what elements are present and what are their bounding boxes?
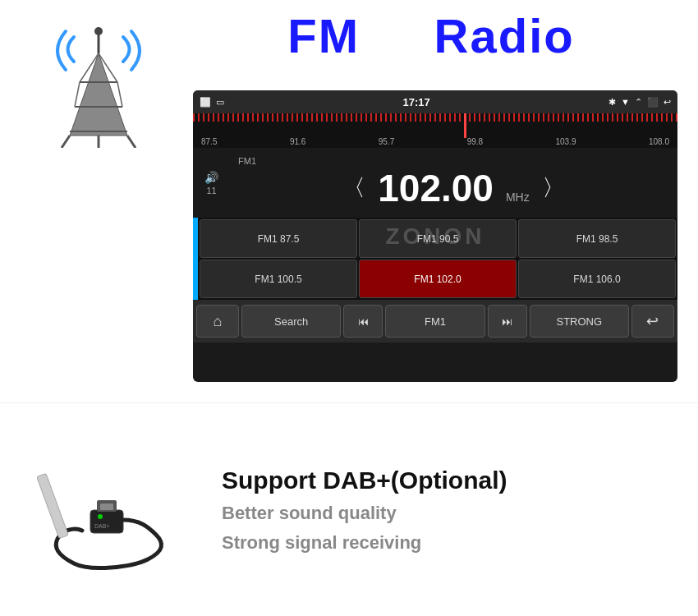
search-label: Search (274, 315, 308, 328)
bottom-section: DAB+ Support DAB+(Optional) Better sound… (0, 402, 698, 616)
frequency-unit: MHz (506, 191, 530, 204)
preset-btn-1[interactable]: FM1 90.5 (359, 219, 517, 258)
freq-position-marker (464, 113, 466, 138)
radio-display: 🔊 11 FM1 〈 102.00 MHz 〉 (193, 148, 677, 218)
dab-subtitle-1: Better sound quality (222, 503, 682, 524)
fm-station-label: FM1 (238, 156, 256, 166)
svg-text:DAB+: DAB+ (94, 523, 109, 529)
current-frequency: 102.00 (378, 166, 494, 210)
freq-label-1: 91.6 (290, 137, 305, 146)
preset-wrapper: FM1 87.5 FM1 90.5 FM1 98.5 FM1 100.5 FM1… (193, 218, 677, 300)
radio-text: Radio (434, 9, 575, 62)
home-icon: ⌂ (214, 313, 223, 330)
svg-marker-2 (70, 53, 127, 136)
tower-icon (45, 16, 152, 148)
fm-label: FM1 (425, 315, 446, 328)
svg-line-8 (75, 82, 80, 107)
next-button[interactable]: ⏭ (488, 305, 527, 338)
top-section: FM Radio ⬜ ▭ 17:17 ✱ ▼ ⌃ ⬛ ↩ 87. (0, 0, 698, 402)
freq-prev-button[interactable]: 〈 (342, 172, 365, 204)
svg-rect-17 (37, 473, 69, 538)
status-right: ✱ ▼ ⌃ ⬛ ↩ (608, 97, 671, 108)
preset-btn-4[interactable]: FM1 102.0 (359, 260, 517, 298)
dab-text-area: Support DAB+(Optional) Better sound qual… (197, 467, 682, 554)
svg-line-9 (117, 82, 122, 107)
preset-btn-5[interactable]: FM1 106.0 (518, 260, 676, 298)
freq-label-4: 103.9 (556, 137, 576, 146)
svg-line-10 (62, 136, 70, 148)
volume-icon: 🔊 (204, 171, 218, 184)
dab-image-area: DAB+ (16, 420, 197, 600)
strong-label: STRONG (557, 315, 603, 328)
svg-point-16 (98, 514, 103, 519)
station-display: FM1 〈 102.00 MHz 〉 (230, 156, 677, 210)
freq-label-2: 95.7 (379, 137, 394, 146)
frequency-ruler: 87.5 91.6 95.7 99.8 103.9 108.0 (193, 113, 677, 148)
prev-icon: ⏮ (358, 315, 369, 328)
preset-btn-0[interactable]: FM1 87.5 (200, 219, 357, 258)
status-bar: ⬜ ▭ 17:17 ✱ ▼ ⌃ ⬛ ↩ (193, 90, 677, 113)
preset-btn-2[interactable]: FM1 98.5 (518, 219, 676, 258)
preset-btn-3[interactable]: FM1 100.5 (200, 260, 357, 298)
freq-label-0: 87.5 (201, 137, 217, 146)
freq-label-3: 99.8 (467, 137, 483, 146)
svg-rect-13 (90, 510, 123, 533)
next-icon: ⏭ (502, 315, 512, 328)
fm-radio-title: FM Radio (164, 8, 698, 63)
strong-button[interactable]: STRONG (530, 305, 629, 338)
search-button[interactable]: Search (241, 305, 341, 338)
frequency-display: 〈 102.00 MHz 〉 (342, 166, 564, 210)
signal-icon: ▼ (621, 97, 630, 107)
freq-label-5: 108.0 (649, 137, 669, 146)
home-button[interactable]: ⌂ (196, 305, 239, 338)
fm-text: FM (287, 9, 360, 62)
fm-button[interactable]: FM1 (385, 305, 484, 338)
expand-icon: ⌃ (635, 97, 642, 108)
freq-labels: 87.5 91.6 95.7 99.8 103.9 108.0 (193, 137, 677, 146)
status-left: ⬜ ▭ (200, 97, 224, 108)
volume-level: 11 (206, 186, 216, 195)
back-icon: ↩ (646, 312, 659, 330)
dab-title: Support DAB+(Optional) (222, 467, 682, 494)
control-bar: ⌂ Search ⏮ FM1 ⏭ STRONG ↩ (193, 300, 677, 342)
dab-subtitle-2: Strong signal receiving (222, 532, 682, 554)
dab-device-icon: DAB+ (25, 428, 189, 592)
prev-button[interactable]: ⏮ (343, 305, 383, 338)
window-icon: ▭ (216, 97, 224, 108)
svg-line-11 (127, 136, 135, 148)
return-icon: ↩ (664, 97, 671, 108)
home-icon: ⬜ (200, 97, 211, 108)
status-time: 17:17 (402, 96, 429, 108)
freq-next-button[interactable]: 〉 (542, 172, 565, 204)
bluetooth-icon: ✱ (608, 97, 616, 108)
volume-area: 🔊 11 (193, 171, 230, 195)
back-nav-icon: ⬛ (647, 97, 659, 108)
back-button[interactable]: ↩ (631, 305, 674, 338)
device-screen: ⬜ ▭ 17:17 ✱ ▼ ⌃ ⬛ ↩ 87.5 91.6 95.7 99.8 … (193, 90, 677, 382)
preset-grid: FM1 87.5 FM1 90.5 FM1 98.5 FM1 100.5 FM1… (198, 218, 677, 300)
svg-rect-15 (100, 503, 113, 510)
freq-bar-ticks (193, 113, 677, 122)
